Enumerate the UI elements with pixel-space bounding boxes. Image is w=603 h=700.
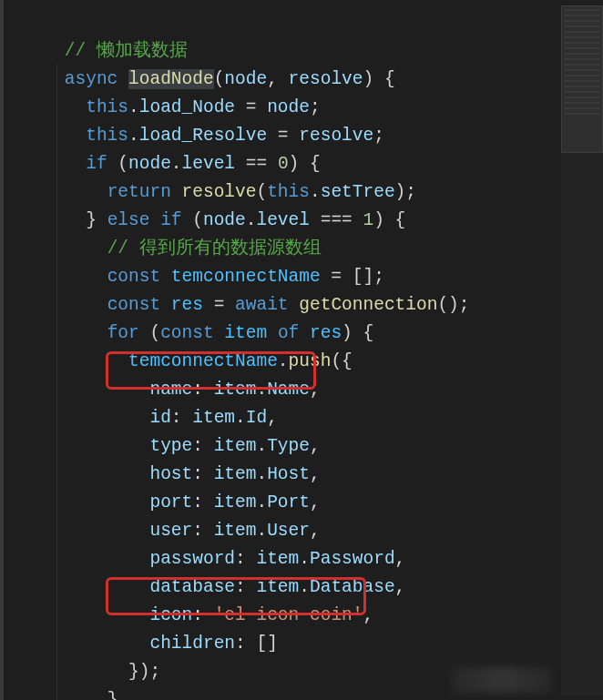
code-line: async loadNode(node, resolve) { (22, 69, 395, 89)
code-line: port: item.Port, (22, 492, 321, 512)
code-line: } else if (node.level === 1) { (22, 210, 405, 230)
code-line: user: item.User, (22, 521, 321, 541)
comment: // 懒加载数据 (65, 41, 188, 61)
code-line: }); (22, 662, 160, 682)
code-line: const temconnectName = []; (22, 267, 384, 287)
code-line: this.load_Node = node; (22, 97, 321, 117)
code-line: // 得到所有的数据源数组 (22, 238, 322, 259)
code-line: host: item.Host, (22, 464, 321, 484)
code-line: return resolve(this.setTree); (22, 182, 416, 202)
code-line: id: item.Id, (22, 408, 278, 428)
code-line: for (const item of res) { (22, 323, 373, 343)
code-line: password: item.Password, (22, 549, 405, 569)
code-line: type: item.Type, (22, 436, 321, 456)
code-line: icon: 'el-icon-coin', (22, 605, 373, 625)
code-line: database: item.Database, (22, 577, 405, 597)
code-line: children: [] (22, 634, 278, 654)
code-line: temconnectName.push({ (22, 351, 353, 371)
code-line: const res = await getConnection(); (22, 295, 470, 315)
code-line: name: item.Name, (22, 380, 321, 400)
code-editor-content[interactable]: // 懒加载数据 async loadNode(node, resolve) {… (4, 0, 603, 700)
code-line: } (22, 690, 118, 700)
minimap-viewport[interactable] (561, 5, 603, 153)
watermark-blur (452, 667, 552, 693)
code-line: // 懒加载数据 (22, 41, 188, 61)
code-line: this.load_Resolve = resolve; (22, 126, 384, 146)
minimap[interactable] (561, 5, 603, 695)
code-line: if (node.level == 0) { (22, 154, 321, 174)
